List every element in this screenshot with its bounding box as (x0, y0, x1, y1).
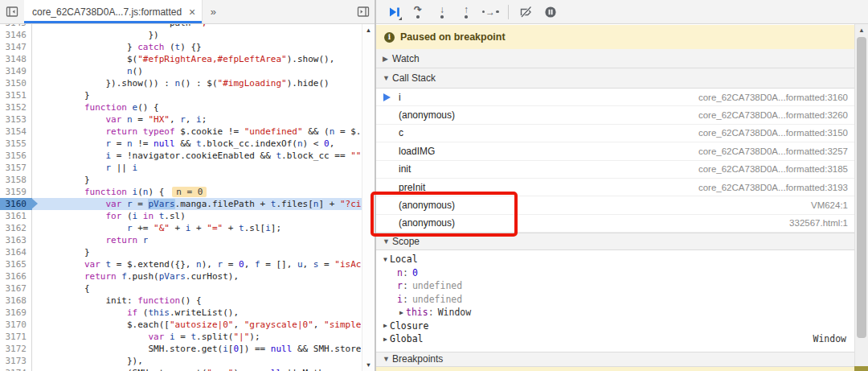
code-text[interactable]: return typeof $.cookie != "undefined" &&… (32, 126, 361, 138)
toggle-right-panel-button[interactable] (351, 0, 375, 23)
more-tabs-button[interactable]: » (203, 0, 223, 23)
code-text[interactable]: (SMH.store.get("...") == null || M.th (32, 367, 324, 371)
line-number[interactable]: 3171 (0, 331, 32, 343)
line-number[interactable]: 3167 (0, 282, 32, 295)
line-number[interactable]: 3161 (0, 210, 32, 222)
line-number[interactable]: 3158 (0, 174, 32, 186)
call-stack-frame[interactable]: loadIMGcore_62CA738D0A...formatted:3257 (376, 142, 854, 160)
code-text[interactable]: for (i in t.sl) (32, 210, 186, 222)
code-editor[interactable]: 3145 path ",3146 })3147 } catch (t) {}31… (0, 24, 362, 371)
scroll-down-icon[interactable]: ▼ (362, 361, 375, 369)
scope-property[interactable]: ▶this:Window (376, 306, 854, 319)
line-number[interactable]: 3173 (0, 355, 32, 367)
editor-scrollbar[interactable]: ▲ ▼ (362, 24, 375, 371)
tab-close-icon[interactable]: × (189, 6, 195, 18)
line-number[interactable]: 3162 (0, 222, 32, 234)
scope-property[interactable]: n:0 (376, 266, 854, 280)
toggle-navigator-button[interactable] (0, 0, 24, 23)
code-text[interactable]: SMH.store.get(i[0]) == null && SMH.store (32, 343, 361, 355)
line-number[interactable]: 3172 (0, 343, 32, 355)
step-into-button[interactable]: ↓ (432, 2, 452, 22)
code-text[interactable]: init: function() { (32, 295, 202, 307)
line-number[interactable]: 3150 (0, 77, 32, 89)
line-number[interactable]: 3165 (0, 258, 32, 270)
code-text[interactable]: }), (32, 355, 143, 367)
code-text[interactable]: { (32, 282, 90, 295)
line-number[interactable]: 3166 (0, 270, 32, 282)
line-number[interactable]: 3164 (0, 246, 32, 258)
code-text[interactable]: r = n != null && t.block_cc.indexOf(n) <… (32, 138, 334, 150)
line-number[interactable]: 3151 (0, 89, 32, 101)
code-text[interactable]: $("#efpRightArea,#efpLeftArea").show(), (32, 53, 334, 65)
line-number[interactable]: 3148 (0, 53, 32, 65)
scope-group[interactable]: ▼Local (376, 253, 854, 266)
deactivate-breakpoints-button[interactable] (517, 2, 536, 22)
line-number[interactable]: 3152 (0, 101, 32, 113)
step-over-button[interactable]: ↷ (408, 2, 428, 22)
code-text[interactable]: }).show()) : n() : $("#imgLoading").hide… (32, 77, 330, 89)
call-stack-frame[interactable]: (anonymous)332567.html:1 (376, 215, 854, 233)
scope-group[interactable]: ▶Closure (376, 319, 854, 333)
code-text[interactable]: var n = "HX", r, i; (32, 113, 207, 126)
collapsed-triangle-icon[interactable]: ▶ (381, 336, 390, 343)
line-number[interactable]: 3169 (0, 307, 32, 319)
line-number[interactable]: 3168 (0, 295, 32, 307)
resume-button[interactable] (384, 2, 403, 22)
code-text[interactable]: } (32, 89, 90, 101)
code-text[interactable]: } (32, 174, 90, 186)
scroll-up-icon[interactable]: ▲ (362, 27, 375, 34)
code-text[interactable]: var t = $.extend({}, n), r = 0, f = [], … (32, 258, 361, 270)
collapsed-triangle-icon[interactable]: ▶ (381, 322, 390, 329)
code-text[interactable]: }) (32, 29, 159, 41)
code-text[interactable]: $.each(["autosize|0", "grayscale|0", "si… (32, 319, 361, 331)
call-stack-frame[interactable]: (anonymous)core_62CA738D0A...formatted:3… (376, 106, 854, 124)
code-text[interactable]: r || i (32, 162, 137, 174)
code-text[interactable]: return r (32, 234, 148, 246)
call-stack-frame[interactable]: preInitcore_62CA738D0A...formatted:3193 (376, 179, 854, 196)
breakpoint-entry-partial[interactable] (376, 367, 854, 371)
line-number[interactable]: 3170 (0, 319, 32, 331)
tab-core-js-formatted[interactable]: core_62CA738D0A...7.js:formatted × (24, 0, 203, 23)
execution-line-number[interactable]: 3160 (0, 198, 32, 210)
code-text[interactable]: if (this.writeList(), (32, 307, 239, 319)
call-stack-frame[interactable]: (anonymous)VM624:1 (376, 196, 854, 214)
code-text[interactable]: i = !navigator.cookieEnabled && t.block_… (32, 150, 361, 162)
code-text[interactable]: var r = pVars.manga.filePath + t.files[n… (32, 198, 361, 210)
line-number[interactable]: 3154 (0, 126, 32, 138)
line-number[interactable]: 3147 (0, 41, 32, 53)
line-number[interactable]: 3149 (0, 65, 32, 77)
call-stack-frame[interactable]: icore_62CA738D0A...formatted:3160 (376, 89, 854, 106)
line-number[interactable]: 3155 (0, 138, 32, 150)
breakpoints-section-header[interactable]: ▼ Breakpoints (376, 352, 854, 367)
code-text[interactable]: function e() { (32, 101, 159, 113)
code-text[interactable]: } (32, 246, 90, 258)
call-stack-frame[interactable]: initcore_62CA738D0A...formatted:3185 (376, 161, 854, 179)
scroll-up-icon[interactable]: ▲ (855, 27, 868, 34)
scope-section-header[interactable]: ▼ Scope (376, 233, 854, 250)
line-number[interactable]: 3156 (0, 150, 32, 162)
code-text[interactable]: } catch (t) {} (32, 41, 202, 53)
code-text[interactable]: r += "&" + i + "=" + t.sl[i]; (32, 222, 281, 234)
call-stack-section-header[interactable]: ▼ Call Stack (376, 68, 854, 89)
line-number[interactable]: 3157 (0, 162, 32, 174)
scope-property[interactable]: i:undefined (376, 293, 854, 307)
scrollbar-thumb[interactable] (857, 37, 866, 338)
scope-property[interactable]: r:undefined (376, 279, 854, 293)
line-number[interactable]: 3146 (0, 29, 32, 41)
call-stack-frame[interactable]: ccore_62CA738D0A...formatted:3150 (376, 125, 854, 142)
line-number[interactable]: 3163 (0, 234, 32, 246)
code-text[interactable]: function i(n) {n = 0 (32, 186, 207, 198)
step-button[interactable]: → (481, 2, 500, 22)
watch-section-header[interactable]: ▶ Watch (376, 49, 854, 68)
code-text[interactable]: n() (32, 65, 143, 77)
line-number[interactable]: 3159 (0, 186, 32, 198)
collapsed-triangle-icon[interactable]: ▶ (397, 309, 406, 316)
line-number[interactable]: 3174 (0, 367, 32, 371)
code-text[interactable]: return f.push(pVars.curHost), (32, 270, 239, 282)
line-number[interactable]: 3153 (0, 113, 32, 126)
expanded-triangle-icon[interactable]: ▼ (381, 256, 390, 263)
pause-on-exceptions-button[interactable] (541, 2, 560, 22)
sidebar-scrollbar[interactable]: ▲ (854, 24, 868, 371)
scope-group[interactable]: ▶GlobalWindow (376, 332, 854, 346)
step-out-button[interactable]: ↑ (457, 2, 476, 22)
